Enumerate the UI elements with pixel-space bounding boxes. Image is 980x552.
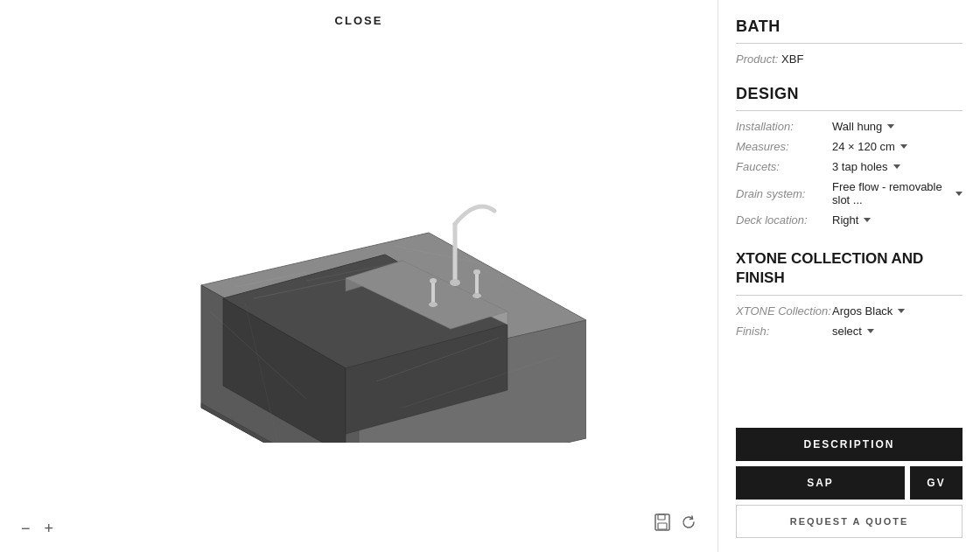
svg-point-20 (450, 279, 460, 286)
installation-value: Wall hung (832, 120, 894, 133)
installation-label: Installation: (736, 120, 832, 133)
bath-svg (131, 128, 586, 443)
measures-dropdown[interactable] (900, 144, 907, 149)
deck-label: Deck location: (736, 213, 832, 227)
faucets-label: Faucets: (736, 160, 832, 173)
svg-point-22 (429, 302, 438, 307)
bath-divider (736, 43, 962, 44)
installation-row: Installation: Wall hung (736, 120, 962, 133)
finish-dropdown[interactable] (867, 329, 874, 333)
product-value: XBF (781, 52, 803, 66)
installation-dropdown[interactable] (887, 124, 894, 129)
measures-label: Measures: (736, 140, 832, 153)
measures-row: Measures: 24 × 120 cm (736, 140, 962, 153)
deck-value: Right (832, 213, 871, 227)
drain-dropdown[interactable] (956, 192, 962, 196)
description-button[interactable]: DESCRIPTION (736, 428, 962, 461)
xtone-dropdown[interactable] (898, 309, 905, 313)
zoom-controls: − + (21, 521, 53, 536)
save-button[interactable] (653, 513, 672, 536)
svg-point-25 (472, 293, 481, 298)
design-title: DESIGN (736, 85, 962, 103)
faucets-row: Faucets: 3 tap holes (736, 160, 962, 173)
design-divider (736, 110, 962, 111)
refresh-button[interactable] (681, 514, 696, 535)
collection-divider (736, 295, 962, 296)
deck-dropdown[interactable] (864, 218, 871, 222)
action-buttons: DESCRIPTION SAP GV REQUEST A QUOTE (736, 414, 962, 538)
svg-rect-29 (658, 523, 667, 529)
svg-rect-28 (658, 514, 665, 520)
gv-button[interactable]: GV (910, 466, 962, 500)
svg-point-23 (430, 278, 437, 283)
xtone-label: XTONE Collection: (736, 304, 832, 318)
bottom-right-controls (653, 513, 696, 536)
finish-row: Finish: select (736, 325, 962, 338)
drain-value: Free flow - removable slot ... (832, 180, 962, 206)
svg-point-26 (473, 269, 480, 275)
measures-value: 24 × 120 cm (832, 140, 907, 153)
faucets-value: 3 tap holes (832, 160, 900, 173)
quote-button[interactable]: REQUEST A QUOTE (736, 505, 962, 538)
sap-button[interactable]: SAP (736, 466, 905, 500)
product-key: Product: (736, 52, 778, 66)
bath-section: BATH Product: XBF (736, 17, 962, 69)
drain-label: Drain system: (736, 187, 832, 200)
sap-gv-row: SAP GV (736, 466, 962, 500)
drain-row: Drain system: Free flow - removable slot… (736, 180, 962, 206)
xtone-value: Argos Black (832, 304, 905, 318)
zoom-in-button[interactable]: + (45, 521, 54, 536)
faucets-dropdown[interactable] (893, 164, 900, 169)
save-icon (653, 513, 672, 532)
refresh-icon (681, 514, 696, 530)
xtone-collection-row: XTONE Collection: Argos Black (736, 304, 962, 318)
deck-row: Deck location: Right (736, 213, 962, 227)
collection-section: XTONE COLLECTION AND FINISH XTONE Collec… (736, 249, 962, 345)
design-section: DESIGN Installation: Wall hung Measures:… (736, 85, 962, 234)
product-row: Product: XBF (736, 52, 962, 66)
finish-label: Finish: (736, 325, 832, 338)
collection-title: XTONE COLLECTION AND FINISH (736, 249, 962, 288)
left-panel: CLOSE (0, 0, 718, 552)
close-button[interactable]: CLOSE (335, 14, 383, 27)
zoom-out-button[interactable]: − (21, 521, 31, 536)
right-panel: BATH Product: XBF DESIGN Installation: W… (718, 0, 980, 552)
finish-value: select (832, 325, 874, 338)
bath-title: BATH (736, 17, 962, 36)
product-3d-view (131, 128, 586, 443)
